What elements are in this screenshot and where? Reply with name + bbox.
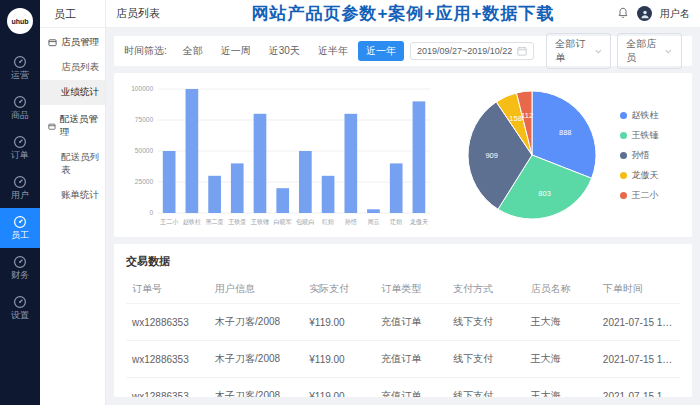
rail-item-label: 订单 (11, 151, 29, 160)
cell-1-7: 2021-07-15 10:44:27 (597, 304, 680, 341)
bell-icon[interactable] (617, 5, 629, 23)
svg-text:迂妞: 迂妞 (390, 218, 403, 226)
time-filter-5[interactable]: 近一年 (358, 41, 404, 61)
col-header-2: 用户信息 (209, 275, 303, 304)
page-title: 店员列表 (116, 6, 160, 21)
svg-text:王二小: 王二小 (160, 218, 179, 225)
bar-chart: 0250005000075000100000王二小赵铁柱黑二蛋王铁蛋王铁锤白晓军… (124, 81, 434, 229)
bar-11[interactable] (390, 163, 403, 213)
bar-7[interactable] (299, 151, 312, 213)
menu-group-1[interactable]: 店员管理 (40, 28, 105, 55)
bar-2[interactable] (186, 89, 199, 213)
table-row[interactable]: wx12886353木子刀客/2008¥119.00充值订单线下支付王大海202… (126, 378, 680, 398)
col-header-6: 店员名称 (525, 275, 597, 304)
staff-select[interactable]: 全部店员 (617, 33, 682, 69)
table-row[interactable]: wx12886353木子刀客/2008¥119.00充值订单线下支付王大海202… (126, 341, 680, 378)
menu-item-2-1[interactable]: 配送员列表 (40, 145, 105, 183)
cell-3-5: 线下支付 (447, 378, 525, 398)
svg-text:龙傲天: 龙傲天 (410, 218, 429, 226)
cell-1-2: 木子刀客/2008 (209, 304, 303, 341)
rail-item-4[interactable]: 用户 (0, 168, 40, 208)
topbar-right: 用户名 (617, 5, 690, 23)
legend-dot (620, 132, 627, 139)
bar-10[interactable] (367, 209, 380, 213)
legend-item-1[interactable]: 赵铁柱 (620, 109, 659, 122)
legend-label: 赵铁柱 (632, 109, 659, 122)
cell-2-1: wx12886353 (126, 341, 209, 378)
time-filter-1[interactable]: 全部 (175, 41, 211, 61)
svg-text:888: 888 (559, 128, 572, 137)
bar-4[interactable] (231, 163, 244, 213)
rail-item-7[interactable]: 设置 (0, 288, 40, 328)
submenu-title: 员工 (40, 0, 105, 28)
svg-text:王铁蛋: 王铁蛋 (228, 218, 246, 225)
bar-5[interactable] (254, 114, 267, 213)
menu-item-2-2[interactable]: 账单统计 (40, 183, 105, 208)
cell-3-3: ¥119.00 (303, 378, 375, 398)
calendar-icon (517, 46, 527, 56)
bar-6[interactable] (276, 188, 289, 213)
svg-text:赵铁柱: 赵铁柱 (183, 218, 202, 226)
legend-dot (620, 172, 627, 179)
legend-item-4[interactable]: 龙傲天 (620, 169, 659, 182)
rail-item-6[interactable]: 财务 (0, 248, 40, 288)
username[interactable]: 用户名 (660, 7, 690, 21)
rail-item-1[interactable]: 运营 (0, 48, 40, 88)
avatar[interactable] (637, 6, 652, 21)
svg-text:112: 112 (521, 111, 533, 120)
svg-text:158: 158 (509, 114, 522, 123)
rail-item-label: 设置 (11, 311, 29, 320)
brand-logo[interactable]: uhub (7, 8, 33, 34)
gauge-icon (13, 175, 27, 189)
bar-9[interactable] (344, 114, 357, 213)
menu-group-2[interactable]: 配送员管理 (40, 105, 105, 145)
svg-text:红妞: 红妞 (322, 218, 335, 226)
legend-label: 王铁锤 (632, 129, 659, 142)
rail-item-label: 财务 (11, 271, 29, 280)
filter-label: 时间筛选: (124, 44, 167, 58)
app-window: uhub 运营 商品 订单 用户 员工 财务 设置 员工 店员管理店员列表业绩 (0, 0, 700, 405)
cell-2-3: ¥119.00 (303, 341, 375, 378)
bar-8[interactable] (322, 176, 335, 213)
gauge-icon (13, 55, 27, 69)
bar-3[interactable] (208, 176, 221, 213)
cell-1-1: wx12886353 (126, 304, 209, 341)
date-range-value: 2019/09/27~2019/10/22 (417, 46, 512, 56)
legend-label: 王二小 (632, 189, 659, 202)
time-filter-3[interactable]: 近30天 (261, 41, 308, 61)
bar-12[interactable] (413, 101, 426, 213)
legend-item-2[interactable]: 王铁锤 (620, 129, 659, 142)
cell-2-7: 2021-07-15 10:44:27 (597, 341, 680, 378)
content: 时间筛选: 全部近一周近30天近半年近一年 2019/09/27~2019/10… (106, 28, 700, 405)
rail-item-2[interactable]: 商品 (0, 88, 40, 128)
date-range-picker[interactable]: 2019/09/27~2019/10/22 (410, 42, 534, 60)
bar-1[interactable] (163, 151, 176, 213)
menu-group-label: 店员管理 (61, 36, 99, 49)
legend-dot (620, 152, 627, 159)
icon-rail: uhub 运营 商品 订单 用户 员工 财务 设置 (0, 0, 40, 405)
legend-label: 孙悟 (632, 149, 650, 162)
cell-1-4: 充值订单 (375, 304, 447, 341)
filter-bar: 时间筛选: 全部近一周近30天近半年近一年 2019/09/27~2019/10… (114, 36, 692, 66)
menu-item-1-2[interactable]: 业绩统计 (40, 80, 105, 105)
table-row[interactable]: wx12886353木子刀客/2008¥119.00充值订单线下支付王大海202… (126, 304, 680, 341)
svg-text:黑二蛋: 黑二蛋 (205, 218, 223, 225)
main-area: 店员列表 网站产品页参数+案例+应用+数据下载 用户名 时间筛选: 全部近一周近… (106, 0, 700, 405)
col-header-5: 支付方式 (447, 275, 525, 304)
rail-item-3[interactable]: 订单 (0, 128, 40, 168)
menu-item-1-1[interactable]: 店员列表 (40, 55, 105, 80)
cell-1-6: 王大海 (525, 304, 597, 341)
legend-item-5[interactable]: 王二小 (620, 189, 659, 202)
cell-3-6: 王大海 (525, 378, 597, 398)
legend-dot (620, 192, 627, 199)
time-filter-4[interactable]: 近半年 (310, 41, 356, 61)
order-type-select[interactable]: 全部订单 (546, 33, 611, 69)
svg-text:白晓军: 白晓军 (274, 218, 292, 226)
cell-1-3: ¥119.00 (303, 304, 375, 341)
legend-item-3[interactable]: 孙悟 (620, 149, 659, 162)
rail-item-label: 员工 (11, 231, 29, 240)
time-filter-2[interactable]: 近一周 (213, 41, 259, 61)
rail-item-5[interactable]: 员工 (0, 208, 40, 248)
cell-2-6: 王大海 (525, 341, 597, 378)
pie-chart: 888803909158112 赵铁柱 王铁锤 孙悟 龙傲天 王二小 (434, 81, 682, 229)
